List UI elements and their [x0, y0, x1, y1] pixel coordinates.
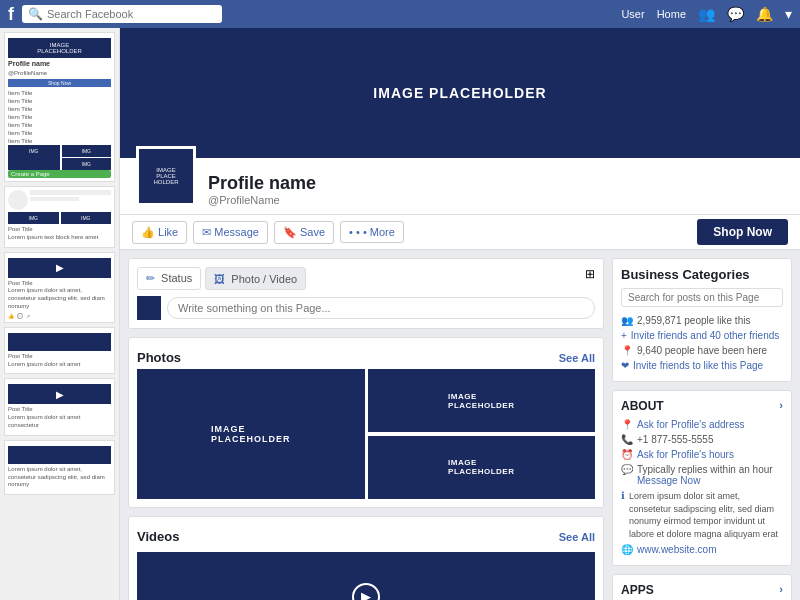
thumb-placeholder-1: IMAGEPLACEHOLDER — [8, 38, 111, 58]
message-now-link[interactable]: Message Now — [637, 475, 700, 486]
reply-text: Typically replies within an hour — [637, 464, 773, 475]
chat-icon[interactable]: 💬 — [727, 6, 744, 22]
thumb-create-page-btn[interactable]: Create a Page — [8, 170, 111, 178]
home-label[interactable]: Home — [657, 8, 686, 20]
invite-link[interactable]: Invite friends and 40 other friends — [631, 330, 779, 341]
phone-item: 📞 +1 877-555-5555 — [621, 432, 783, 447]
invite-stat: + Invite friends and 40 other friends — [621, 328, 783, 343]
photos-section: Photos See All IMAGEPLACEHOLDER IMAGEPLA… — [128, 337, 604, 508]
friends-icon[interactable]: 👥 — [698, 6, 715, 22]
post-avatar — [137, 296, 161, 320]
right-sidebar: Business Categories 👥 2,959,871 people l… — [612, 258, 792, 600]
photos-header: Photos See All — [137, 346, 595, 369]
photos-grid: IMAGEPLACEHOLDER IMAGEPLACEHOLDER IMAGEP… — [137, 369, 595, 499]
post-option-icon[interactable]: ⊞ — [585, 267, 595, 290]
videos-title: Videos — [137, 529, 179, 544]
shop-now-button[interactable]: Shop Now — [697, 219, 788, 245]
page-search-input[interactable] — [621, 288, 783, 307]
photos-see-all[interactable]: See All — [559, 352, 595, 364]
profile-handle: @ProfileName — [208, 194, 784, 206]
thumb-video-placeholder: ▶ — [8, 258, 111, 278]
thumb-video-2: ▶ — [8, 384, 111, 404]
play-icon: ▶ — [352, 583, 380, 600]
thumb-img-sm-2: IMG — [62, 145, 112, 157]
photo-sm-1[interactable]: IMAGEPLACEHOLDER — [368, 369, 596, 432]
chat-bubble-icon: 💬 — [621, 464, 633, 475]
videos-header: Videos See All — [137, 525, 595, 548]
profile-section: IMAGEPLACEHOLDER Profile name @ProfileNa… — [120, 158, 800, 215]
main-wrapper: IMAGEPLACEHOLDER Profile name @ProfileNa… — [0, 28, 800, 600]
facebook-logo: f — [8, 4, 14, 25]
like-button[interactable]: 👍 Like — [132, 221, 187, 244]
post-input[interactable] — [167, 297, 595, 319]
status-tab[interactable]: ✏ Status — [137, 267, 201, 290]
map-icon: 📍 — [621, 345, 633, 356]
nav-right: User Home 👥 💬 🔔 ▾ — [621, 6, 792, 22]
thumbnail-feed[interactable]: IMG IMG Post TitleLorem ipsum text block… — [4, 186, 115, 248]
photos-title: Photos — [137, 350, 181, 365]
address-link[interactable]: Ask for Profile's address — [637, 419, 745, 430]
thumbnail-profile[interactable]: IMAGEPLACEHOLDER Profile name @ProfileNa… — [4, 32, 115, 182]
save-button[interactable]: 🔖 Save — [274, 221, 334, 244]
phone-number: +1 877-555-5555 — [637, 434, 713, 445]
thumb-shop-btn[interactable]: Shop Now — [8, 79, 111, 87]
profile-avatar: IMAGEPLACEHOLDER — [136, 146, 196, 206]
photo-main[interactable]: IMAGEPLACEHOLDER — [137, 369, 365, 499]
chevron-down-icon[interactable]: ▾ — [785, 6, 792, 22]
search-icon: 🔍 — [28, 7, 43, 21]
thumb-feed-img-2: IMG — [61, 212, 112, 224]
website-link[interactable]: www.website.com — [637, 544, 716, 555]
left-sidebar-thumbnails: IMAGEPLACEHOLDER Profile name @ProfileNa… — [0, 28, 120, 600]
profile-info: Profile name @ProfileName — [208, 173, 784, 206]
content-area: ✏ Status 🖼 Photo / Video ⊞ — [120, 250, 800, 600]
profile-name: Profile name — [208, 173, 784, 194]
more-button[interactable]: • • • More — [340, 221, 404, 243]
status-tab-label: Status — [161, 272, 192, 284]
thumb-profile-name: Profile name — [8, 60, 111, 67]
hours-link[interactable]: Ask for Profile's hours — [637, 449, 734, 460]
info-icon: ℹ — [621, 490, 625, 501]
thumb-post-img-1 — [8, 333, 111, 351]
search-input[interactable] — [47, 8, 216, 20]
cover-photo: IMAGE PLACEHOLDER — [120, 28, 800, 158]
invite-like-link[interactable]: Invite friends to like this Page — [633, 360, 763, 371]
thumbnail-post2[interactable]: ▶ Post TitleLorem ipsum dolor sit amet c… — [4, 378, 115, 435]
about-chevron[interactable]: › — [779, 399, 783, 413]
main-feed: ✏ Status 🖼 Photo / Video ⊞ — [128, 258, 604, 600]
photo-video-tab-label: Photo / Video — [231, 273, 297, 285]
user-label[interactable]: User — [621, 8, 644, 20]
thumb-avatar — [8, 190, 28, 210]
been-here-stat: 📍 9,640 people have been here — [621, 343, 783, 358]
photo-icon: 🖼 — [214, 273, 225, 285]
thumbnail-post1[interactable]: Post TitleLorem ipsum dolor sit amet — [4, 327, 115, 375]
thumbnail-video[interactable]: ▶ Post TitleLorem ipsum dolor sit amet, … — [4, 252, 115, 323]
photo-video-tab[interactable]: 🖼 Photo / Video — [205, 267, 306, 290]
videos-see-all[interactable]: See All — [559, 531, 595, 543]
heart-icon: ❤ — [621, 360, 629, 371]
status-icon: ✏ — [146, 272, 155, 284]
invite-like-stat: ❤ Invite friends to like this Page — [621, 358, 783, 373]
phone-icon: 📞 — [621, 434, 633, 445]
video-placeholder[interactable]: ▶ — [137, 552, 595, 600]
thumb-post-img-2 — [8, 446, 111, 464]
photo-sm-2[interactable]: IMAGEPLACEHOLDER — [368, 436, 596, 499]
apps-chevron[interactable]: › — [779, 583, 783, 597]
website-item: 🌐 www.website.com — [621, 542, 783, 557]
people-icon: 👥 — [621, 315, 633, 326]
apps-title: APPS › — [621, 583, 783, 597]
address-icon: 📍 — [621, 419, 633, 430]
clock-icon: ⏰ — [621, 449, 633, 460]
thumbnail-post3[interactable]: Lorem ipsum dolor sit amet, consetetur s… — [4, 440, 115, 495]
description-text: Lorem ipsum dolor sit amet, consetetur s… — [629, 490, 783, 540]
videos-section: Videos See All ▶ — [128, 516, 604, 600]
message-button[interactable]: ✉ Message — [193, 221, 268, 244]
top-navigation: f 🔍 User Home 👥 💬 🔔 ▾ — [0, 0, 800, 28]
thumb-img-sm-3: IMG — [62, 158, 112, 170]
likes-stat: 👥 2,959,871 people like this — [621, 313, 783, 328]
business-categories-title: Business Categories — [621, 267, 783, 282]
search-bar[interactable]: 🔍 — [22, 5, 222, 23]
post-tabs: ✏ Status 🖼 Photo / Video ⊞ — [137, 267, 595, 290]
reply-item: 💬 Typically replies within an hour Messa… — [621, 462, 783, 488]
globe-icon: 🌐 — [621, 544, 633, 555]
bell-icon[interactable]: 🔔 — [756, 6, 773, 22]
